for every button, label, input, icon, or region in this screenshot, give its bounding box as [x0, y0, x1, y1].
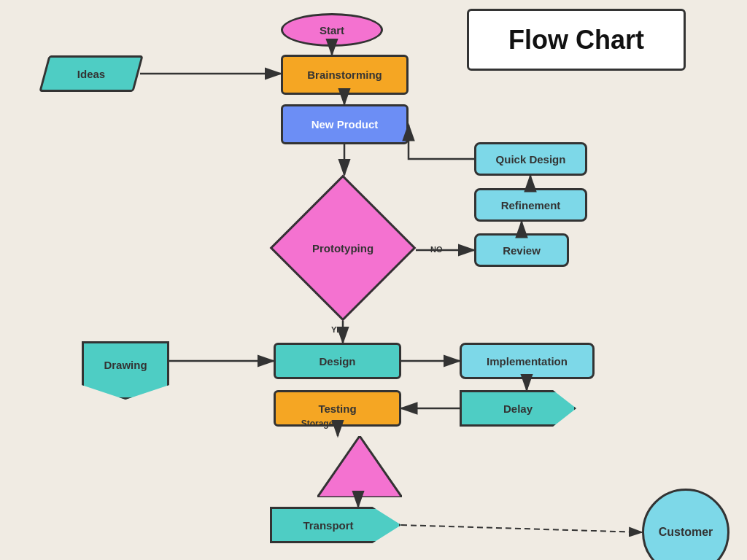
title-box: Flow Chart: [467, 9, 686, 71]
design-node: Design: [274, 343, 401, 379]
brainstorming-node: Brainstorming: [281, 55, 409, 95]
review-node: Review: [474, 233, 569, 267]
implementation-node: Implementation: [460, 343, 595, 379]
no-label: NO: [430, 245, 443, 254]
title-text: Flow Chart: [508, 25, 644, 55]
yes-label: YES: [331, 325, 347, 334]
quickdesign-node: Quick Design: [474, 142, 587, 176]
refinement-node: Refinement: [474, 188, 587, 222]
newproduct-node: New Product: [281, 104, 409, 144]
delay-node: Delay: [460, 390, 576, 427]
customer-node: Customer: [642, 489, 729, 560]
flowchart-canvas: Flow Chart Start Ideas Brainstorming New…: [0, 0, 747, 560]
ideas-node: Ideas: [44, 55, 139, 92]
transport-node: Transport: [270, 507, 401, 543]
storage-node: Storage: [317, 436, 402, 497]
prototyping-node: Prototyping: [270, 175, 416, 321]
start-node: Start: [281, 13, 383, 47]
drawing-node: Drawing: [82, 341, 169, 400]
svg-marker-0: [317, 436, 402, 497]
svg-line-17: [401, 525, 642, 532]
